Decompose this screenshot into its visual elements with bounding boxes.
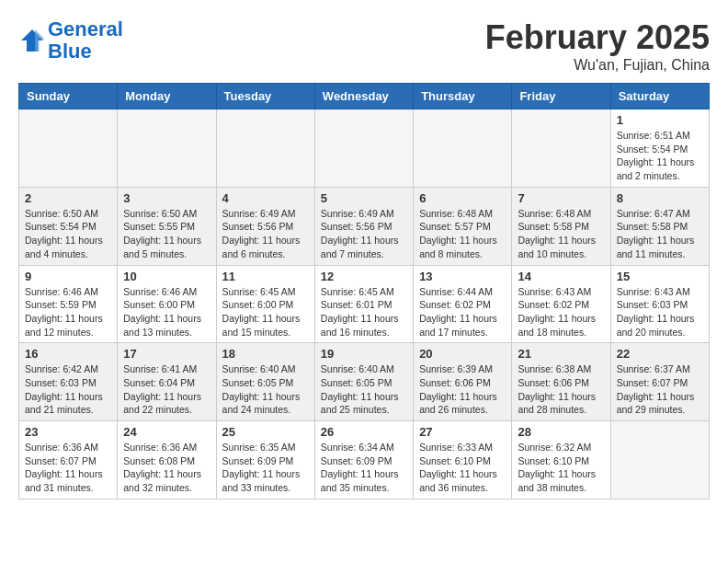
- calendar-cell: 1Sunrise: 6:51 AM Sunset: 5:54 PM Daylig…: [610, 109, 709, 188]
- day-number: 6: [419, 191, 506, 205]
- day-number: 15: [617, 270, 703, 283]
- day-info: Sunrise: 6:47 AM Sunset: 5:58 PM Dayligh…: [617, 207, 703, 261]
- calendar-cell: 4Sunrise: 6:49 AM Sunset: 5:56 PM Daylig…: [216, 187, 314, 265]
- day-number: 21: [518, 347, 604, 361]
- logo-text: General Blue: [48, 18, 123, 63]
- day-header-sunday: Sunday: [19, 84, 118, 109]
- day-info: Sunrise: 6:48 AM Sunset: 5:58 PM Dayligh…: [518, 207, 604, 261]
- calendar-cell: 7Sunrise: 6:48 AM Sunset: 5:58 PM Daylig…: [512, 187, 610, 265]
- day-number: 4: [222, 191, 309, 205]
- day-info: Sunrise: 6:38 AM Sunset: 6:06 PM Dayligh…: [518, 362, 604, 417]
- day-info: Sunrise: 6:41 AM Sunset: 6:04 PM Dayligh…: [123, 362, 210, 417]
- day-header-friday: Friday: [512, 84, 610, 109]
- calendar-cell: [414, 109, 512, 188]
- day-info: Sunrise: 6:50 AM Sunset: 5:54 PM Dayligh…: [25, 207, 111, 261]
- calendar-cell: 14Sunrise: 6:43 AM Sunset: 6:02 PM Dayli…: [512, 265, 610, 343]
- calendar: SundayMondayTuesdayWednesdayThursdayFrid…: [18, 83, 710, 500]
- day-number: 18: [222, 347, 309, 361]
- svg-marker-0: [21, 29, 43, 52]
- day-info: Sunrise: 6:43 AM Sunset: 6:02 PM Dayligh…: [518, 285, 604, 339]
- day-number: 20: [419, 347, 506, 361]
- day-info: Sunrise: 6:40 AM Sunset: 6:05 PM Dayligh…: [321, 362, 407, 417]
- calendar-cell: [314, 109, 413, 188]
- day-number: 22: [617, 347, 703, 361]
- calendar-week-row: 2Sunrise: 6:50 AM Sunset: 5:54 PM Daylig…: [19, 187, 710, 265]
- day-number: 27: [419, 425, 506, 439]
- day-info: Sunrise: 6:40 AM Sunset: 6:05 PM Dayligh…: [222, 362, 309, 417]
- calendar-cell: 22Sunrise: 6:37 AM Sunset: 6:07 PM Dayli…: [610, 343, 709, 421]
- day-number: 2: [25, 191, 111, 205]
- logo-icon: [18, 27, 46, 54]
- calendar-cell: [118, 109, 216, 188]
- calendar-cell: 13Sunrise: 6:44 AM Sunset: 6:02 PM Dayli…: [414, 265, 512, 343]
- calendar-week-row: 1Sunrise: 6:51 AM Sunset: 5:54 PM Daylig…: [19, 109, 710, 188]
- day-number: 25: [222, 425, 309, 439]
- calendar-cell: 19Sunrise: 6:40 AM Sunset: 6:05 PM Dayli…: [314, 343, 413, 421]
- calendar-cell: 8Sunrise: 6:47 AM Sunset: 5:58 PM Daylig…: [610, 187, 709, 265]
- logo-line1: General: [48, 17, 123, 40]
- day-header-wednesday: Wednesday: [314, 84, 413, 109]
- month-title: February 2025: [485, 18, 710, 57]
- day-info: Sunrise: 6:49 AM Sunset: 5:56 PM Dayligh…: [321, 207, 407, 261]
- logo: General Blue: [18, 18, 123, 63]
- page-header: General Blue February 2025 Wu'an, Fujian…: [18, 18, 710, 74]
- day-info: Sunrise: 6:39 AM Sunset: 6:06 PM Dayligh…: [419, 362, 506, 417]
- calendar-cell: 2Sunrise: 6:50 AM Sunset: 5:54 PM Daylig…: [19, 187, 118, 265]
- calendar-cell: 5Sunrise: 6:49 AM Sunset: 5:56 PM Daylig…: [314, 187, 413, 265]
- calendar-cell: 24Sunrise: 6:36 AM Sunset: 6:08 PM Dayli…: [118, 421, 216, 500]
- day-info: Sunrise: 6:50 AM Sunset: 5:55 PM Dayligh…: [123, 207, 210, 261]
- day-info: Sunrise: 6:46 AM Sunset: 6:00 PM Dayligh…: [123, 285, 210, 339]
- day-info: Sunrise: 6:43 AM Sunset: 6:03 PM Dayligh…: [617, 285, 703, 339]
- calendar-cell: 10Sunrise: 6:46 AM Sunset: 6:00 PM Dayli…: [118, 265, 216, 343]
- location: Wu'an, Fujian, China: [485, 57, 710, 74]
- day-number: 16: [25, 347, 111, 361]
- day-number: 8: [617, 191, 703, 205]
- calendar-cell: 11Sunrise: 6:45 AM Sunset: 6:00 PM Dayli…: [216, 265, 314, 343]
- day-header-saturday: Saturday: [610, 84, 709, 109]
- day-number: 14: [518, 270, 604, 283]
- day-header-thursday: Thursday: [414, 84, 512, 109]
- day-number: 28: [518, 425, 604, 439]
- day-info: Sunrise: 6:33 AM Sunset: 6:10 PM Dayligh…: [419, 441, 506, 495]
- day-number: 7: [518, 191, 604, 205]
- calendar-week-row: 9Sunrise: 6:46 AM Sunset: 5:59 PM Daylig…: [19, 265, 710, 343]
- calendar-cell: 17Sunrise: 6:41 AM Sunset: 6:04 PM Dayli…: [118, 343, 216, 421]
- day-number: 23: [25, 425, 111, 439]
- calendar-cell: [216, 109, 314, 188]
- calendar-week-row: 23Sunrise: 6:36 AM Sunset: 6:07 PM Dayli…: [19, 421, 710, 500]
- calendar-cell: [610, 421, 709, 500]
- calendar-cell: [512, 109, 610, 188]
- day-number: 24: [123, 425, 210, 439]
- calendar-cell: 15Sunrise: 6:43 AM Sunset: 6:03 PM Dayli…: [610, 265, 709, 343]
- logo-line2: Blue: [48, 40, 92, 63]
- calendar-cell: 21Sunrise: 6:38 AM Sunset: 6:06 PM Dayli…: [512, 343, 610, 421]
- title-block: February 2025 Wu'an, Fujian, China: [485, 18, 710, 74]
- calendar-cell: 27Sunrise: 6:33 AM Sunset: 6:10 PM Dayli…: [414, 421, 512, 500]
- calendar-cell: 20Sunrise: 6:39 AM Sunset: 6:06 PM Dayli…: [414, 343, 512, 421]
- calendar-cell: 23Sunrise: 6:36 AM Sunset: 6:07 PM Dayli…: [19, 421, 118, 500]
- day-number: 17: [123, 347, 210, 361]
- day-info: Sunrise: 6:36 AM Sunset: 6:08 PM Dayligh…: [123, 441, 210, 495]
- calendar-cell: 18Sunrise: 6:40 AM Sunset: 6:05 PM Dayli…: [216, 343, 314, 421]
- day-info: Sunrise: 6:48 AM Sunset: 5:57 PM Dayligh…: [419, 207, 506, 261]
- day-number: 3: [123, 191, 210, 205]
- day-info: Sunrise: 6:45 AM Sunset: 6:01 PM Dayligh…: [321, 285, 407, 339]
- day-number: 19: [321, 347, 407, 361]
- day-info: Sunrise: 6:37 AM Sunset: 6:07 PM Dayligh…: [617, 362, 703, 417]
- calendar-week-row: 16Sunrise: 6:42 AM Sunset: 6:03 PM Dayli…: [19, 343, 710, 421]
- calendar-cell: 12Sunrise: 6:45 AM Sunset: 6:01 PM Dayli…: [314, 265, 413, 343]
- day-number: 11: [222, 270, 309, 283]
- day-number: 10: [123, 270, 210, 283]
- day-header-monday: Monday: [118, 84, 216, 109]
- day-info: Sunrise: 6:46 AM Sunset: 5:59 PM Dayligh…: [25, 285, 111, 339]
- day-number: 12: [321, 270, 407, 283]
- day-info: Sunrise: 6:45 AM Sunset: 6:00 PM Dayligh…: [222, 285, 309, 339]
- day-info: Sunrise: 6:36 AM Sunset: 6:07 PM Dayligh…: [25, 441, 111, 495]
- day-info: Sunrise: 6:44 AM Sunset: 6:02 PM Dayligh…: [419, 285, 506, 339]
- day-number: 9: [25, 270, 111, 283]
- calendar-cell: 26Sunrise: 6:34 AM Sunset: 6:09 PM Dayli…: [314, 421, 413, 500]
- day-number: 13: [419, 270, 506, 283]
- day-info: Sunrise: 6:32 AM Sunset: 6:10 PM Dayligh…: [518, 441, 604, 495]
- day-info: Sunrise: 6:49 AM Sunset: 5:56 PM Dayligh…: [222, 207, 309, 261]
- calendar-cell: [19, 109, 118, 188]
